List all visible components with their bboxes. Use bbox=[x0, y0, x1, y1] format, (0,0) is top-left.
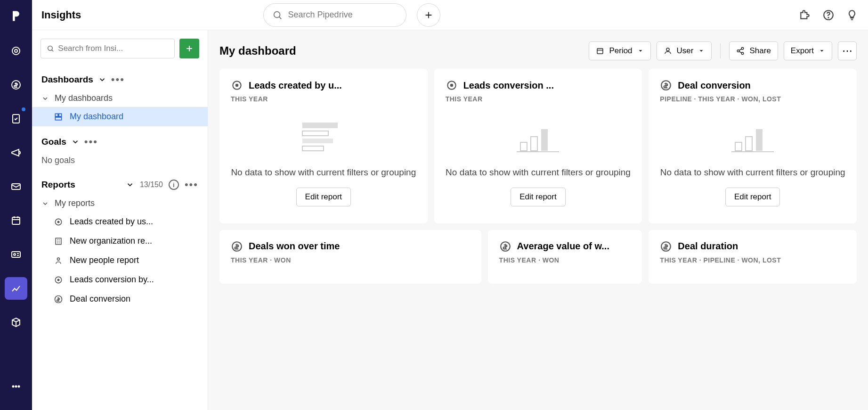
caret-down-icon bbox=[637, 48, 644, 54]
dashboard-card[interactable]: Average value of w...THIS YEAR · WON bbox=[488, 230, 642, 284]
puzzle-icon bbox=[799, 9, 811, 21]
info-icon[interactable]: i bbox=[169, 180, 179, 190]
svg-point-21 bbox=[57, 258, 60, 260]
dashboard-card[interactable]: Deal durationTHIS YEAR · PIPELINE · WON,… bbox=[649, 230, 857, 284]
section-more-button[interactable]: ••• bbox=[111, 74, 125, 86]
svg-point-8 bbox=[13, 386, 14, 387]
sidebar-item-my-dashboard[interactable]: My dashboard bbox=[32, 107, 208, 126]
insights-sidebar: Dashboards ••• My dashboards My dashboar… bbox=[32, 30, 208, 410]
nav-mail[interactable] bbox=[5, 175, 27, 198]
chevron-down-icon[interactable] bbox=[98, 75, 106, 84]
section-more-button[interactable]: ••• bbox=[84, 136, 98, 148]
edit-report-button[interactable]: Edit report bbox=[296, 188, 351, 206]
dashboard-card[interactable]: Leads conversion ...THIS YEARNo data to … bbox=[434, 69, 642, 223]
sidebar-add-button[interactable] bbox=[179, 39, 199, 58]
nav-insights[interactable] bbox=[5, 277, 27, 300]
nav-activities[interactable] bbox=[5, 107, 27, 130]
calendar-icon bbox=[596, 47, 604, 55]
nav-leads[interactable] bbox=[5, 40, 27, 62]
sidebar-search[interactable] bbox=[41, 39, 175, 58]
dollar-icon bbox=[660, 240, 672, 253]
svg-rect-16 bbox=[59, 114, 62, 116]
share-button[interactable]: Share bbox=[729, 41, 778, 60]
sidebar-report-item[interactable]: Leads conversion by... bbox=[32, 270, 208, 289]
edit-report-button[interactable]: Edit report bbox=[511, 188, 565, 206]
plus-icon bbox=[185, 44, 194, 53]
section-more-button[interactable]: ••• bbox=[185, 179, 198, 191]
chart-placeholder bbox=[512, 119, 564, 157]
empty-message: No data to show with current filters or … bbox=[446, 166, 631, 179]
nav-campaigns[interactable] bbox=[5, 141, 27, 164]
edit-report-button[interactable]: Edit report bbox=[725, 188, 780, 206]
svg-point-7 bbox=[14, 254, 16, 255]
chevron-down-icon[interactable] bbox=[126, 180, 134, 189]
chevron-down-icon bbox=[41, 200, 49, 207]
svg-rect-43 bbox=[746, 137, 752, 151]
target-icon bbox=[54, 275, 63, 285]
global-search[interactable] bbox=[263, 3, 406, 27]
nav-deals[interactable] bbox=[5, 74, 27, 96]
tips-button[interactable] bbox=[845, 8, 859, 22]
nav-contacts[interactable] bbox=[5, 243, 27, 266]
svg-point-10 bbox=[18, 386, 20, 387]
sidebar-report-item[interactable]: Leads created by us... bbox=[32, 212, 208, 231]
svg-rect-44 bbox=[756, 129, 763, 151]
notification-dot bbox=[22, 107, 25, 111]
svg-point-19 bbox=[57, 221, 60, 223]
svg-point-1 bbox=[15, 49, 17, 52]
svg-rect-34 bbox=[302, 139, 333, 143]
nav-products[interactable] bbox=[5, 311, 27, 334]
sidebar-report-item[interactable]: Deal conversion bbox=[32, 289, 208, 309]
card-title: Leads created by u... bbox=[249, 80, 342, 91]
sidebar-group-my-reports[interactable]: My reports bbox=[32, 195, 208, 212]
svg-point-23 bbox=[57, 279, 60, 281]
page-title: Insights bbox=[41, 9, 81, 21]
svg-rect-32 bbox=[302, 123, 338, 128]
sidebar-search-input[interactable] bbox=[58, 44, 169, 53]
section-title: Reports bbox=[41, 180, 75, 190]
svg-rect-17 bbox=[55, 117, 61, 120]
card-title: Deals won over time bbox=[249, 241, 340, 252]
empty-message: No data to show with current filters or … bbox=[660, 166, 845, 179]
quick-add-button[interactable] bbox=[417, 3, 440, 27]
person-icon bbox=[664, 47, 672, 55]
svg-point-0 bbox=[12, 47, 20, 55]
dollar-icon bbox=[660, 79, 672, 91]
dashboard-card[interactable]: Leads created by u...THIS YEARNo data to… bbox=[219, 69, 428, 223]
dashboard-more-button[interactable]: ⋯ bbox=[838, 41, 857, 60]
logo[interactable] bbox=[8, 8, 24, 25]
dollar-icon bbox=[231, 240, 243, 253]
global-search-input[interactable] bbox=[288, 10, 397, 20]
nav-more[interactable] bbox=[5, 375, 27, 398]
card-meta: PIPELINE · THIS YEAR · WON, LOST bbox=[660, 95, 845, 103]
user-filter[interactable]: User bbox=[657, 41, 712, 60]
help-button[interactable] bbox=[822, 8, 835, 22]
svg-point-37 bbox=[450, 84, 453, 87]
nav-calendar[interactable] bbox=[5, 209, 27, 232]
chart-placeholder bbox=[298, 119, 349, 157]
sidebar-reports-section: Reports 13/150 i ••• My reports Leads cr… bbox=[32, 172, 208, 312]
dashboard-card[interactable]: Deals won over timeTHIS YEAR · WON bbox=[219, 230, 481, 284]
card-title: Deal conversion bbox=[678, 80, 751, 91]
chevron-down-icon[interactable] bbox=[71, 138, 80, 146]
plus-icon bbox=[423, 10, 434, 20]
svg-point-27 bbox=[742, 48, 744, 50]
dashboard-card[interactable]: Deal conversionPIPELINE · THIS YEAR · WO… bbox=[649, 69, 857, 223]
building-icon bbox=[54, 237, 63, 246]
card-meta: THIS YEAR bbox=[231, 95, 416, 103]
svg-rect-25 bbox=[597, 49, 603, 54]
target-icon bbox=[231, 79, 243, 91]
help-icon bbox=[822, 9, 835, 21]
sidebar-goals-section: Goals ••• No goals bbox=[32, 129, 208, 172]
search-icon bbox=[272, 9, 283, 21]
sidebar-report-item[interactable]: New organization re... bbox=[32, 231, 208, 251]
svg-rect-38 bbox=[520, 142, 527, 151]
sidebar-report-item[interactable]: New people report bbox=[32, 251, 208, 270]
card-meta: THIS YEAR bbox=[446, 95, 631, 103]
sidebar-group-my-dashboards[interactable]: My dashboards bbox=[32, 90, 208, 107]
marketplace-button[interactable] bbox=[798, 8, 811, 22]
dollar-icon bbox=[54, 295, 63, 304]
export-button[interactable]: Export bbox=[784, 41, 832, 60]
top-header: Insights bbox=[32, 0, 868, 30]
period-filter[interactable]: Period bbox=[589, 41, 650, 60]
